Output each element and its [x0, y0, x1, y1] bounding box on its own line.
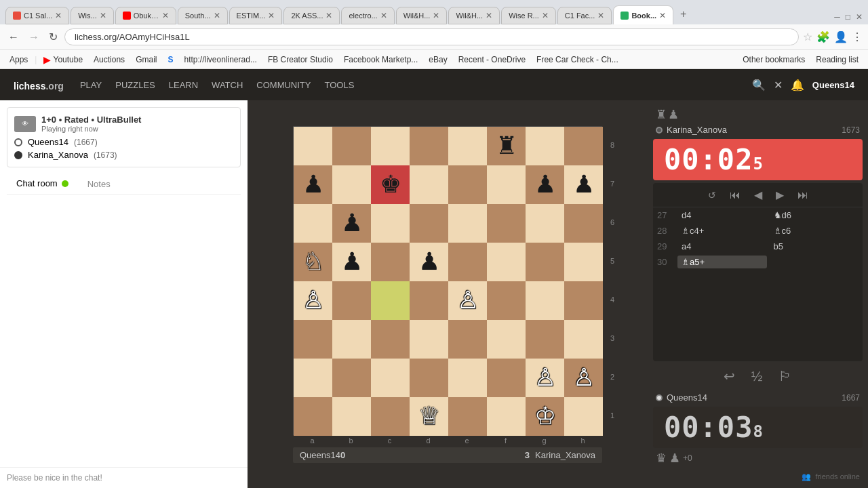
- nav-play[interactable]: PLAY: [80, 80, 102, 90]
- bookmark-ebay[interactable]: eBay: [425, 54, 451, 66]
- bookmark-fb-marketplace[interactable]: Facebook Marketp...: [340, 54, 422, 66]
- square[interactable]: [410, 165, 448, 204]
- back-button[interactable]: ←: [5, 28, 22, 46]
- nav-tools[interactable]: TOOLS: [324, 80, 354, 90]
- chat-tab[interactable]: Chat room: [7, 174, 78, 194]
- bookmark-star[interactable]: ☆: [803, 30, 812, 43]
- bookmark-youtube[interactable]: ▶ Youtube: [39, 53, 87, 66]
- square[interactable]: [526, 127, 564, 165]
- square[interactable]: ♜: [487, 127, 526, 165]
- draw-button[interactable]: ½: [751, 368, 763, 384]
- square[interactable]: [448, 243, 487, 281]
- square[interactable]: ♘: [294, 243, 332, 281]
- white-move-29[interactable]: a4: [677, 240, 767, 253]
- square[interactable]: [487, 320, 526, 359]
- square[interactable]: [294, 127, 332, 165]
- square[interactable]: [526, 320, 564, 359]
- square[interactable]: [410, 359, 448, 397]
- lichess-logo[interactable]: lichess.org: [14, 77, 64, 93]
- square[interactable]: [487, 165, 526, 204]
- square[interactable]: ♟: [410, 243, 448, 281]
- square[interactable]: [410, 320, 448, 359]
- notifications-icon[interactable]: 🔔: [791, 79, 804, 92]
- square[interactable]: [448, 320, 487, 359]
- black-move-30[interactable]: [770, 261, 859, 264]
- white-move-27[interactable]: d4: [677, 209, 767, 222]
- reload-button[interactable]: ↻: [46, 28, 60, 46]
- black-move-28[interactable]: ♗c6: [770, 224, 859, 237]
- maximize-button[interactable]: □: [846, 12, 850, 22]
- square[interactable]: ♟: [332, 204, 371, 243]
- square[interactable]: [410, 204, 448, 243]
- square[interactable]: [487, 243, 526, 281]
- square[interactable]: [564, 320, 603, 359]
- square[interactable]: [371, 397, 410, 436]
- square[interactable]: ♚: [371, 165, 410, 204]
- square[interactable]: ♟: [294, 165, 332, 204]
- bookmark-car-check[interactable]: Free Car Check - Ch...: [532, 54, 623, 66]
- square[interactable]: [332, 127, 371, 165]
- tab-11[interactable]: C1 Fac... ✕: [557, 7, 612, 24]
- notes-tab[interactable]: Notes: [78, 175, 120, 193]
- bookmark-auctions[interactable]: Auctions: [90, 54, 129, 66]
- black-move-27[interactable]: ♞d6: [770, 209, 859, 222]
- tab-2[interactable]: Wis... ✕: [71, 7, 114, 24]
- square[interactable]: [564, 204, 603, 243]
- square[interactable]: ♟: [526, 165, 564, 204]
- tab-7[interactable]: electro... ✕: [341, 7, 394, 24]
- nav-learn[interactable]: LEARN: [169, 80, 198, 90]
- square[interactable]: [487, 281, 526, 320]
- square[interactable]: [526, 243, 564, 281]
- square[interactable]: [294, 320, 332, 359]
- square[interactable]: ♙: [294, 281, 332, 320]
- square[interactable]: [294, 204, 332, 243]
- square[interactable]: ♙: [526, 359, 564, 397]
- square[interactable]: [487, 204, 526, 243]
- square[interactable]: [332, 397, 371, 436]
- square[interactable]: [487, 359, 526, 397]
- white-move-30[interactable]: ♗a5+: [677, 256, 767, 268]
- square[interactable]: [564, 281, 603, 320]
- square[interactable]: ♕: [410, 397, 448, 436]
- tab-1[interactable]: C1 Sal... ✕: [5, 7, 69, 24]
- tab-9[interactable]: Wil&H... ✕: [448, 7, 500, 24]
- square[interactable]: [410, 281, 448, 320]
- square[interactable]: [332, 281, 371, 320]
- square[interactable]: [371, 204, 410, 243]
- undo-button[interactable]: ↩: [724, 368, 735, 384]
- square[interactable]: ♟: [332, 243, 371, 281]
- bookmark-liveonline[interactable]: http://liveonlinerad...: [180, 54, 260, 66]
- square[interactable]: ♟: [564, 165, 603, 204]
- square[interactable]: [371, 281, 410, 320]
- square[interactable]: ♔: [526, 397, 564, 436]
- address-bar[interactable]: lichess.org/AOAmyHCiHsa1L: [64, 28, 799, 45]
- square[interactable]: [294, 359, 332, 397]
- square[interactable]: [371, 359, 410, 397]
- bookmark-other[interactable]: Other bookmarks: [738, 54, 809, 66]
- bookmark-apps[interactable]: Apps: [5, 54, 32, 66]
- square[interactable]: [564, 127, 603, 165]
- new-tab-button[interactable]: +: [675, 5, 692, 23]
- square[interactable]: [332, 320, 371, 359]
- square[interactable]: [332, 359, 371, 397]
- tab-active[interactable]: Book... ✕: [613, 5, 673, 24]
- square[interactable]: [371, 243, 410, 281]
- profile-button[interactable]: 👤: [834, 30, 848, 43]
- tab-6[interactable]: 2K ASS... ✕: [283, 7, 340, 24]
- bookmark-gmail[interactable]: Gmail: [132, 54, 161, 66]
- menu-button[interactable]: ⋮: [852, 30, 863, 43]
- forward-button[interactable]: →: [26, 28, 42, 46]
- close-icon[interactable]: ✕: [774, 79, 783, 92]
- minimize-button[interactable]: ─: [834, 12, 840, 22]
- square[interactable]: [448, 127, 487, 165]
- last-move-button[interactable]: ⏭: [796, 188, 810, 203]
- square[interactable]: [487, 397, 526, 436]
- resign-button[interactable]: 🏳: [778, 368, 792, 384]
- square[interactable]: ♙: [564, 359, 603, 397]
- nav-watch[interactable]: WATCH: [212, 80, 243, 90]
- first-move-button[interactable]: ⏮: [728, 188, 742, 203]
- username-display[interactable]: Queens14: [812, 80, 854, 90]
- search-icon[interactable]: 🔍: [752, 79, 766, 92]
- square[interactable]: [448, 204, 487, 243]
- square[interactable]: [564, 243, 603, 281]
